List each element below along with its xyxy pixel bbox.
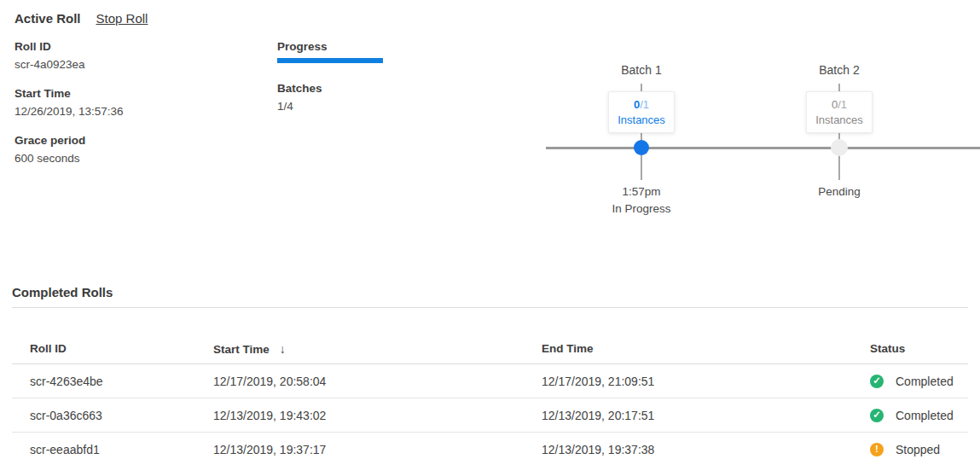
cell-end-time: 12/17/2019, 21:09:51 xyxy=(542,375,870,388)
cell-roll-id: scr-eeaabfd1 xyxy=(30,443,213,456)
active-roll-section: Active Roll Stop Roll Roll ID scr-4a0923… xyxy=(0,0,980,266)
section-divider xyxy=(12,307,968,308)
cell-start-time: 12/13/2019, 19:37:17 xyxy=(213,443,542,456)
batch-timeline: Batch 1 0/1 Instances 1:57pm In Progress… xyxy=(0,0,980,266)
table-row[interactable]: scr-0a36c663 12/13/2019, 19:43:02 12/13/… xyxy=(12,398,968,433)
cell-status: ! Stopped xyxy=(870,443,968,456)
batch-instances-label: Instances xyxy=(807,113,872,126)
status-text: Completed xyxy=(896,375,954,388)
batch-instance-count: 0/1 xyxy=(807,98,872,111)
status-text: Stopped xyxy=(896,443,940,456)
batch-1-timeline-dot xyxy=(634,140,649,155)
table-row[interactable]: scr-eeaabfd1 12/13/2019, 19:37:17 12/13/… xyxy=(12,433,968,465)
batch-2-instances-card: 0/1 Instances xyxy=(806,91,873,133)
batch-1-group: Batch 1 0/1 Instances 1:57pm In Progress xyxy=(573,63,710,77)
batch-1-instances-card[interactable]: 0/1 Instances xyxy=(608,91,675,133)
batch-instance-count: 0/1 xyxy=(609,98,674,111)
status-text: Completed xyxy=(896,409,954,422)
status-warning-icon: ! xyxy=(870,443,884,456)
cell-status: ✓ Completed xyxy=(870,409,968,422)
column-header-end-time[interactable]: End Time xyxy=(542,342,870,355)
batch-1-name: Batch 1 xyxy=(573,63,710,77)
table-header-row: Roll ID Start Time↓ End Time Status xyxy=(12,334,968,364)
cell-roll-id: scr-4263e4be xyxy=(30,375,213,388)
column-header-start-time[interactable]: Start Time↓ xyxy=(213,342,542,356)
completed-rolls-title: Completed Rolls xyxy=(12,285,980,299)
timeline-axis xyxy=(546,147,980,149)
column-header-roll-id[interactable]: Roll ID xyxy=(30,342,213,355)
batch-instances-label: Instances xyxy=(609,113,674,126)
batch-1-status-label: In Progress xyxy=(573,202,710,215)
status-check-icon: ✓ xyxy=(870,409,884,422)
cell-roll-id: scr-0a36c663 xyxy=(30,409,213,422)
completed-rolls-section: Completed Rolls Roll ID Start Time↓ End … xyxy=(0,285,980,465)
batch-2-name: Batch 2 xyxy=(771,63,908,77)
batch-2-timeline-dot xyxy=(831,139,848,156)
cell-start-time: 12/13/2019, 19:43:02 xyxy=(213,409,542,422)
column-header-status[interactable]: Status xyxy=(870,342,968,355)
batch-1-time-label: 1:57pm xyxy=(573,185,710,198)
cell-end-time: 12/13/2019, 20:17:51 xyxy=(542,409,870,422)
cell-end-time: 12/13/2019, 19:37:38 xyxy=(542,443,870,456)
table-row[interactable]: scr-4263e4be 12/17/2019, 20:58:04 12/17/… xyxy=(12,364,968,398)
batch-2-group: Batch 2 0/1 Instances Pending xyxy=(771,63,908,77)
cell-start-time: 12/17/2019, 20:58:04 xyxy=(213,375,542,388)
sort-desc-icon[interactable]: ↓ xyxy=(280,342,286,356)
status-check-icon: ✓ xyxy=(870,375,884,388)
cell-status: ✓ Completed xyxy=(870,375,968,388)
batch-2-status-label: Pending xyxy=(771,185,908,198)
